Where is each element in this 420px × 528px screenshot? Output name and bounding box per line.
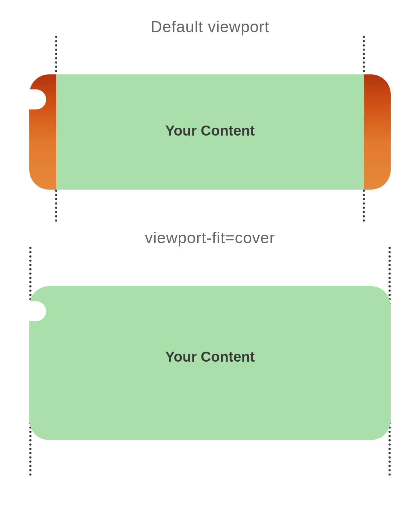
section1-title: Default viewport <box>0 18 420 36</box>
content-area-default: Your Content <box>56 74 364 190</box>
default-viewport-section: Default viewport Your Content <box>0 18 420 222</box>
phone-notch-icon <box>29 301 46 321</box>
viewport-fit-cover-section: viewport-fit=cover Your Content <box>0 229 420 476</box>
phone-illustration-cover: Your Content <box>29 247 391 476</box>
phone-body-default: Your Content <box>29 74 391 190</box>
content-label-default: Your Content <box>56 123 364 139</box>
section2-title: viewport-fit=cover <box>0 229 420 247</box>
phone-body-cover: Your Content <box>29 286 391 440</box>
phone-illustration-default: Your Content <box>29 36 391 222</box>
content-label-cover: Your Content <box>29 349 391 365</box>
phone-notch-icon <box>29 89 46 109</box>
